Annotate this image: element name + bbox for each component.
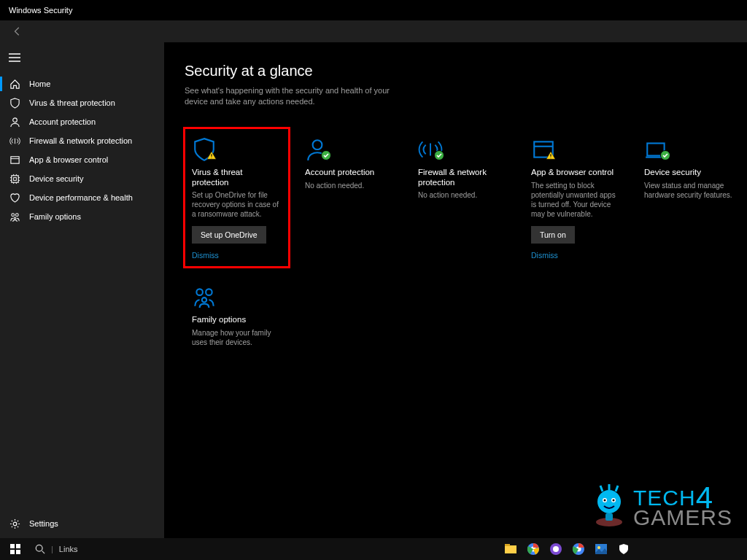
home-icon [9,78,20,90]
tile-account-protection[interactable]: Account protection No action needed. [298,128,402,268]
sidebar-item-account[interactable]: Account protection [0,112,164,131]
window-body: Home Virus & threat protection Account p… [0,42,747,538]
sidebar-item-performance[interactable]: Device performance & health [0,188,164,207]
set-up-onedrive-button[interactable]: Set up OneDrive [192,226,266,244]
tile-desc: The setting to block potentially unwante… [531,181,621,219]
turn-on-button[interactable]: Turn on [531,226,575,244]
watermark: TECH4 GAMERS [589,481,732,528]
tile-desc: Manage how your family uses their device… [192,328,282,347]
device-security-icon [9,173,20,184]
sidebar-item-device-security[interactable]: Device security [0,169,164,188]
nav-list: Home Virus & threat protection Account p… [0,74,164,509]
taskbar-search-text: Links [59,545,78,553]
tile-family-options[interactable]: Family options Manage how your family us… [185,276,289,385]
svg-point-4 [11,213,14,216]
app-browser-icon [531,137,621,162]
sidebar-settings[interactable]: Settings [0,509,164,538]
tile-title: Device security [644,168,734,178]
svg-point-19 [612,499,614,502]
svg-point-7 [13,522,17,526]
check-badge-icon [321,150,331,160]
sidebar-item-label: Family options [29,212,81,221]
svg-point-25 [36,545,42,551]
svg-rect-23 [10,550,15,554]
tile-virus-threat[interactable]: Virus & threat protection Set up OneDriv… [185,128,289,268]
hamburger-button[interactable] [0,45,29,70]
sidebar: Home Virus & threat protection Account p… [0,42,164,538]
svg-rect-1 [10,156,18,163]
taskbar-apps [500,538,635,560]
svg-rect-22 [16,544,20,548]
firewall-icon [9,135,20,147]
mascot-icon [589,481,629,528]
family-icon [192,284,282,309]
taskbar-app-chrome[interactable] [522,538,544,560]
taskbar-app-chrome2[interactable] [568,538,589,560]
svg-point-16 [603,498,607,502]
sidebar-item-app-browser[interactable]: App & browser control [0,150,164,169]
tile-desc: No action needed. [418,190,508,200]
person-icon [9,116,20,128]
sidebar-item-label: Virus & threat protection [29,98,115,107]
tile-desc: Set up OneDrive for file recovery option… [192,190,282,219]
svg-point-14 [596,518,622,526]
tile-title: Account protection [305,168,395,178]
sidebar-item-label: Account protection [29,117,96,126]
svg-point-0 [12,117,17,122]
tile-title: Family options [192,315,282,325]
svg-point-17 [611,498,616,502]
main-content: Security at a glance See what's happenin… [164,42,747,538]
tile-firewall[interactable]: Firewall & network protection No action … [411,128,515,268]
start-button[interactable] [3,538,28,560]
taskbar-app-security[interactable] [613,538,635,560]
taskbar: | Links [0,538,747,560]
sidebar-item-family[interactable]: Family options [0,207,164,226]
top-strip [0,20,747,42]
sidebar-item-virus[interactable]: Virus & threat protection [0,93,164,112]
device-security-icon [644,137,734,162]
taskbar-app-generic1[interactable] [545,538,567,560]
sidebar-item-label: App & browser control [29,155,108,164]
tile-device-security[interactable]: Device security View status and manage h… [637,128,741,268]
shield-icon [9,97,20,109]
tile-desc: No action needed. [305,181,395,190]
sidebar-item-home[interactable]: Home [0,74,164,93]
family-icon [9,211,20,222]
sidebar-item-firewall[interactable]: Firewall & network protection [0,131,164,150]
svg-point-31 [553,546,559,552]
tile-title: App & browser control [531,168,621,178]
tile-desc: View status and manage hardware security… [644,181,734,200]
heart-icon [9,192,20,203]
gear-icon [9,518,20,529]
svg-point-11 [196,289,203,296]
svg-point-6 [14,217,16,219]
back-button[interactable] [10,24,25,39]
dismiss-link[interactable]: Dismiss [531,251,621,260]
check-badge-icon [434,150,444,160]
settings-label: Settings [29,519,58,528]
firewall-icon [418,137,508,162]
dismiss-link[interactable]: Dismiss [192,251,282,260]
taskbar-left: | Links [3,538,84,560]
person-icon [305,137,395,162]
title-bar: Windows Security [0,0,747,20]
sidebar-item-label: Firewall & network protection [29,136,132,145]
windows-security-window: Windows Security Home [0,0,747,538]
svg-point-18 [603,499,605,502]
taskbar-app-explorer[interactable] [500,538,522,560]
tile-app-browser[interactable]: App & browser control The setting to blo… [524,128,628,268]
taskbar-search[interactable]: | Links [29,538,84,560]
svg-rect-2 [11,175,18,182]
svg-rect-3 [13,177,16,180]
warning-badge-icon [206,150,217,160]
app-browser-icon [9,154,20,166]
watermark-text: TECH4 GAMERS [633,482,732,528]
sidebar-item-label: Home [29,79,50,88]
sidebar-item-label: Device performance & health [29,193,133,202]
svg-rect-26 [505,545,516,553]
page-title: Security at a glance [185,63,747,79]
shield-icon [192,137,282,162]
check-badge-icon [660,150,670,160]
search-icon [35,544,45,554]
taskbar-app-photos[interactable] [590,538,612,560]
